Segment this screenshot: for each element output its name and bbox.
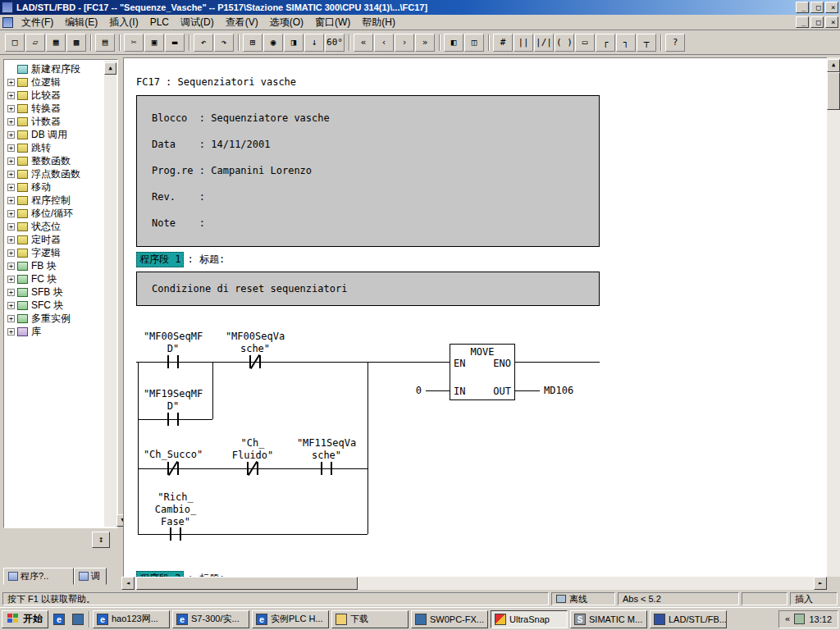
mdi-minimize-button[interactable]: _ [796, 16, 809, 28]
horizontal-scrollbar[interactable]: ◄ ► [121, 577, 827, 590]
expand-icon[interactable]: + [7, 276, 15, 283]
mdi-document-icon[interactable] [2, 17, 13, 28]
expand-icon[interactable]: + [7, 236, 15, 244]
task-simatic-manager[interactable]: SIMATIC M... [570, 610, 647, 628]
start-button[interactable]: 开始 [2, 610, 48, 628]
expand-icon[interactable]: + [7, 184, 15, 191]
ladder-editor-canvas[interactable]: FC17 : Sequenziatori vasche Blocco : Seq… [123, 57, 827, 577]
menu-options[interactable]: 选项(O) [264, 14, 309, 31]
contact-nc-mf00seqvasche[interactable] [249, 355, 261, 368]
expand-icon[interactable]: + [7, 171, 15, 178]
sidebar-item-sfc-blocks[interactable]: + SFC 块 [6, 299, 103, 312]
vertical-scroll-thumb[interactable] [827, 72, 840, 110]
contact-nc-ch-succo[interactable] [167, 462, 179, 475]
quick-launch-desktop-icon[interactable] [70, 611, 86, 628]
expand-icon[interactable]: + [7, 302, 15, 309]
menu-file[interactable]: 文件(F) [16, 14, 59, 31]
menu-window[interactable]: 窗口(W) [309, 14, 356, 31]
menu-debug[interactable]: 调试(D) [175, 14, 220, 31]
expand-icon[interactable]: + [7, 210, 15, 217]
sidebar-item-libraries[interactable]: + 库 [6, 325, 103, 338]
sidebar-item-word-logic[interactable]: + 字逻辑 [6, 246, 103, 259]
move-out-operand[interactable]: MD106 [544, 385, 573, 396]
scroll-up-icon[interactable]: ▲ [827, 59, 840, 72]
copy-icon[interactable]: ▣ [144, 34, 164, 52]
expand-icon[interactable]: + [7, 289, 15, 296]
expand-icon[interactable]: + [7, 118, 15, 126]
zoom-factor-icon[interactable]: 60° [325, 34, 345, 52]
menu-view[interactable]: 查看(V) [220, 14, 264, 31]
menu-insert[interactable]: 插入(I) [103, 14, 144, 31]
cut-icon[interactable]: ✂ [124, 34, 144, 52]
contact-nc-icon[interactable]: |/| [534, 34, 554, 52]
sidebar-item-sfb-blocks[interactable]: + SFB 块 [6, 285, 103, 299]
task-plc-example[interactable]: 实例PLC H... [252, 610, 329, 628]
contact-nc-ch-fluido[interactable] [247, 462, 258, 475]
mdi-close-button[interactable]: × [825, 16, 838, 28]
empty-box-icon[interactable]: ▭ [575, 34, 595, 52]
sidebar-item-bit-logic[interactable]: + 位逻辑 [6, 75, 103, 89]
sidebar-item-counter[interactable]: + 计数器 [6, 115, 103, 128]
minimize-button[interactable]: _ [796, 2, 809, 13]
move-in-operand[interactable]: 0 [407, 385, 422, 396]
program-elements-icon[interactable]: ⊞ [243, 34, 262, 52]
task-hao123[interactable]: hao123网... [93, 610, 170, 628]
download-icon[interactable]: ↓ [304, 34, 324, 52]
menu-plc[interactable]: PLC [144, 15, 175, 30]
expand-icon[interactable]: + [7, 328, 15, 336]
save-icon[interactable]: ▦ [46, 34, 66, 52]
vertical-scrollbar[interactable]: ▲ ▼ [827, 57, 840, 577]
redo-icon[interactable]: ↷ [214, 34, 234, 52]
scroll-right-icon[interactable]: ► [814, 577, 827, 590]
data-view-icon[interactable]: ◨ [284, 34, 304, 52]
scroll-left-icon[interactable]: ◄ [121, 577, 135, 590]
scroll-up-icon[interactable]: ▲ [104, 62, 116, 75]
save-all-icon[interactable]: ▩ [66, 34, 86, 52]
sidebar-item-shift-rotate[interactable]: + 移位/循环 [6, 207, 103, 220]
split-window-icon[interactable]: ◧ [444, 34, 463, 52]
goto-next-network-icon[interactable]: › [395, 34, 414, 52]
maximize-button[interactable]: □ [810, 2, 824, 13]
sidebar-item-timers[interactable]: + 定时器 [6, 233, 103, 246]
expand-icon[interactable]: + [7, 131, 15, 139]
task-swopc-fx[interactable]: SW0PC-FX... [411, 610, 488, 628]
sidebar-item-comparator[interactable]: + 比较器 [6, 89, 103, 102]
expand-icon[interactable]: + [7, 144, 15, 152]
contact-no-mf00seqmfd[interactable] [167, 355, 179, 368]
menu-edit[interactable]: 编辑(E) [59, 14, 103, 31]
sidebar-item-converter[interactable]: + 转换器 [6, 102, 103, 115]
sidebar-scrollbar[interactable]: ▲ ▼ [104, 61, 116, 527]
quick-launch-ie-icon[interactable] [51, 611, 67, 628]
horizontal-scroll-thumb[interactable] [136, 577, 358, 590]
expand-icon[interactable]: + [7, 158, 15, 165]
task-s7-300[interactable]: S7-300/实... [172, 610, 249, 628]
close-button[interactable]: × [825, 2, 838, 13]
close-branch-icon[interactable]: ┐ [616, 34, 636, 52]
sidebar-item-new-network[interactable]: 新建程序段 [6, 62, 103, 75]
undo-icon[interactable]: ↶ [194, 34, 213, 52]
network-1-label[interactable]: 程序段 1 [136, 252, 184, 267]
mdi-restore-button[interactable]: □ [810, 16, 824, 28]
goto-first-network-icon[interactable]: « [354, 34, 373, 52]
monitor-on-off-icon[interactable]: ◉ [263, 34, 283, 52]
paste-icon[interactable]: ▬ [165, 34, 185, 52]
sidebar-item-float-math[interactable]: + 浮点数函数 [6, 167, 103, 180]
sidebar-item-fb-blocks[interactable]: + FB 块 [6, 259, 103, 272]
goto-last-network-icon[interactable]: » [415, 34, 435, 52]
expand-icon[interactable]: + [7, 223, 15, 231]
expand-icon[interactable]: + [7, 315, 15, 322]
sidebar-item-jump[interactable]: + 跳转 [6, 141, 103, 154]
task-download-folder[interactable]: 下载 [331, 610, 409, 628]
sidebar-item-program-control[interactable]: + 程序控制 [6, 194, 103, 207]
tab-call-structure[interactable]: 调 [74, 568, 107, 585]
expand-icon[interactable]: + [7, 249, 15, 257]
tray-status-icon[interactable] [794, 614, 805, 624]
goto-prev-network-icon[interactable]: ‹ [374, 34, 394, 52]
updown-toggle-button[interactable]: ↕ [92, 532, 110, 548]
sidebar-item-move[interactable]: + 移动 [6, 180, 103, 194]
sidebar-item-db-call[interactable]: + DB 调用 [6, 128, 103, 141]
sidebar-item-multi-instance[interactable]: + 多重实例 [6, 312, 103, 325]
task-lad-stl-fbd[interactable]: LAD/STL/FB... [650, 610, 727, 628]
tray-chevron-icon[interactable]: « [785, 614, 791, 624]
network-1-title[interactable]: : 标题: [187, 253, 225, 267]
